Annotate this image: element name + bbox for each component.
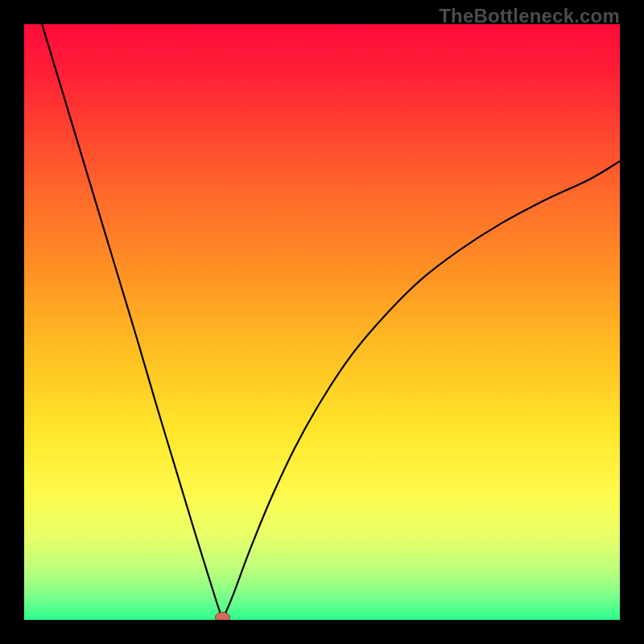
- curve-layer: [24, 24, 620, 620]
- plot-area: [24, 24, 620, 620]
- min-marker: [215, 613, 229, 621]
- bottleneck-curve: [42, 24, 620, 620]
- chart-frame: TheBottleneck.com: [0, 0, 644, 644]
